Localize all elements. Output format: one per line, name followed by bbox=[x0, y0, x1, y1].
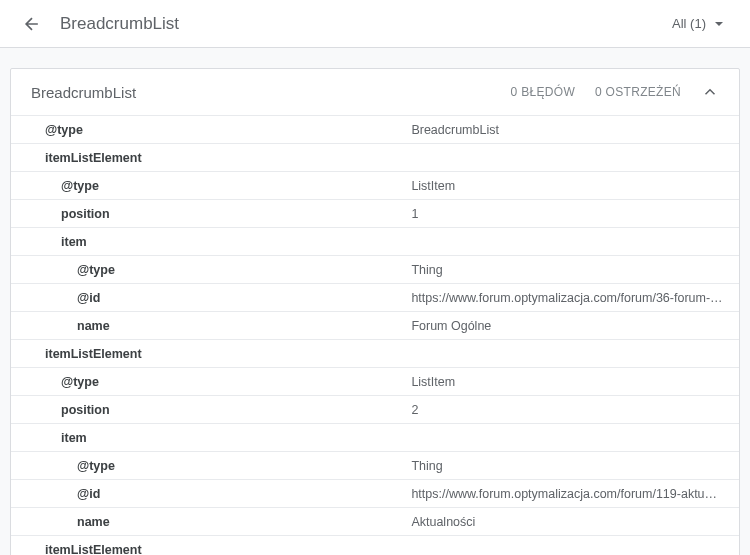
warnings-count: 0 OSTRZEŻEŃ bbox=[595, 85, 681, 99]
caret-down-icon bbox=[714, 19, 724, 29]
prop-val bbox=[411, 545, 739, 555]
table-row: @type BreadcrumbList bbox=[11, 115, 739, 143]
card-header[interactable]: BreadcrumbList 0 BŁĘDÓW 0 OSTRZEŻEŃ bbox=[11, 69, 739, 115]
property-table: @type BreadcrumbList itemListElement @ty… bbox=[11, 115, 739, 555]
table-row: itemListElement bbox=[11, 339, 739, 367]
prop-key: item bbox=[11, 426, 411, 450]
prop-val bbox=[411, 153, 739, 163]
prop-val bbox=[411, 237, 739, 247]
table-row: @type ListItem bbox=[11, 171, 739, 199]
prop-val: ListItem bbox=[411, 174, 739, 198]
table-row: position 1 bbox=[11, 199, 739, 227]
collapse-toggle[interactable] bbox=[701, 83, 719, 101]
prop-val bbox=[411, 349, 739, 359]
prop-val: https://www.forum.optymalizacja.com/foru… bbox=[411, 482, 739, 506]
page-title: BreadcrumbList bbox=[60, 14, 179, 34]
prop-val: https://www.forum.optymalizacja.com/foru… bbox=[411, 286, 739, 310]
prop-val bbox=[411, 433, 739, 443]
table-row: item bbox=[11, 423, 739, 451]
prop-val: ListItem bbox=[411, 370, 739, 394]
table-row: item bbox=[11, 227, 739, 255]
prop-val: Thing bbox=[411, 454, 739, 478]
prop-val: Aktualności bbox=[411, 510, 739, 534]
table-row: name Forum Ogólne bbox=[11, 311, 739, 339]
table-row: @id https://www.forum.optymalizacja.com/… bbox=[11, 283, 739, 311]
table-row: itemListElement bbox=[11, 535, 739, 555]
chevron-up-icon bbox=[701, 83, 719, 101]
errors-count: 0 BŁĘDÓW bbox=[511, 85, 575, 99]
prop-val: Thing bbox=[411, 258, 739, 282]
prop-val: Forum Ogólne bbox=[411, 314, 739, 338]
prop-key: @type bbox=[11, 174, 411, 198]
prop-key: @type bbox=[11, 454, 411, 478]
prop-key: position bbox=[11, 202, 411, 226]
prop-key: name bbox=[11, 314, 411, 338]
table-row: @type Thing bbox=[11, 255, 739, 283]
prop-key: @type bbox=[11, 258, 411, 282]
filter-label: All (1) bbox=[672, 16, 706, 31]
table-row: name Aktualności bbox=[11, 507, 739, 535]
back-button[interactable] bbox=[20, 12, 44, 36]
prop-key: @type bbox=[11, 370, 411, 394]
prop-val: BreadcrumbList bbox=[411, 118, 739, 142]
prop-val: 1 bbox=[411, 202, 739, 226]
topbar-left: BreadcrumbList bbox=[20, 12, 179, 36]
card-title: BreadcrumbList bbox=[31, 84, 136, 101]
prop-key: position bbox=[11, 398, 411, 422]
prop-key: itemListElement bbox=[11, 146, 411, 170]
table-row: @id https://www.forum.optymalizacja.com/… bbox=[11, 479, 739, 507]
table-row: @type ListItem bbox=[11, 367, 739, 395]
prop-key: itemListElement bbox=[11, 538, 411, 556]
prop-val: 2 bbox=[411, 398, 739, 422]
result-card: BreadcrumbList 0 BŁĘDÓW 0 OSTRZEŻEŃ @typ… bbox=[10, 68, 740, 555]
table-row: position 2 bbox=[11, 395, 739, 423]
table-row: @type Thing bbox=[11, 451, 739, 479]
content-container: BreadcrumbList 0 BŁĘDÓW 0 OSTRZEŻEŃ @typ… bbox=[0, 48, 750, 555]
arrow-left-icon bbox=[22, 14, 42, 34]
prop-key: item bbox=[11, 230, 411, 254]
table-row: itemListElement bbox=[11, 143, 739, 171]
topbar: BreadcrumbList All (1) bbox=[0, 0, 750, 48]
prop-key: itemListElement bbox=[11, 342, 411, 366]
prop-key: name bbox=[11, 510, 411, 534]
filter-dropdown[interactable]: All (1) bbox=[672, 16, 730, 31]
card-status-group: 0 BŁĘDÓW 0 OSTRZEŻEŃ bbox=[511, 83, 719, 101]
prop-key: @type bbox=[11, 118, 411, 142]
prop-key: @id bbox=[11, 482, 411, 506]
prop-key: @id bbox=[11, 286, 411, 310]
